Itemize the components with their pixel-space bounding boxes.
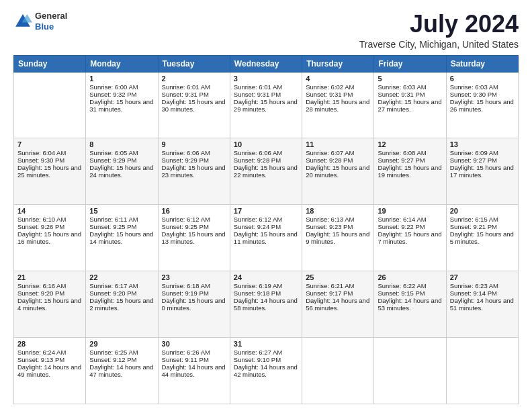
calendar-cell: 24Sunrise: 6:19 AMSunset: 9:18 PMDayligh… <box>230 271 302 338</box>
day-number: 28 <box>17 340 82 348</box>
day-number: 9 <box>162 140 226 148</box>
sunset-text: Sunset: 9:14 PM <box>450 289 515 297</box>
calendar-cell: 5Sunrise: 6:03 AMSunset: 9:31 PMDaylight… <box>374 72 446 138</box>
weekday-header-row: SundayMondayTuesdayWednesdayThursdayFrid… <box>14 55 519 72</box>
daylight-text: Daylight: 15 hours and 23 minutes. <box>162 164 226 179</box>
sunset-text: Sunset: 9:19 PM <box>162 289 226 297</box>
daylight-text: Daylight: 15 hours and 0 minutes. <box>162 297 226 312</box>
sunset-text: Sunset: 9:12 PM <box>89 356 154 363</box>
sunrise-text: Sunrise: 6:04 AM <box>17 149 82 156</box>
sunset-text: Sunset: 9:27 PM <box>378 156 442 164</box>
sunset-text: Sunset: 9:31 PM <box>378 91 442 98</box>
sunrise-text: Sunrise: 6:21 AM <box>306 282 370 289</box>
daylight-text: Daylight: 15 hours and 25 minutes. <box>17 164 82 179</box>
header: General Blue July 2024 Traverse City, Mi… <box>13 11 519 50</box>
sunrise-text: Sunrise: 6:12 AM <box>162 216 226 223</box>
sunset-text: Sunset: 9:31 PM <box>234 91 298 98</box>
day-number: 26 <box>378 273 442 281</box>
sunset-text: Sunset: 9:18 PM <box>234 289 298 297</box>
calendar-cell: 19Sunrise: 6:14 AMSunset: 9:22 PMDayligh… <box>374 205 446 271</box>
sunrise-text: Sunrise: 6:23 AM <box>450 282 515 289</box>
sunset-text: Sunset: 9:31 PM <box>162 91 226 98</box>
month-title: July 2024 <box>359 11 519 38</box>
sunrise-text: Sunrise: 6:16 AM <box>17 282 82 289</box>
calendar-cell: 8Sunrise: 6:05 AMSunset: 9:29 PMDaylight… <box>86 138 158 205</box>
day-number: 16 <box>162 207 226 215</box>
sunset-text: Sunset: 9:29 PM <box>89 156 154 164</box>
calendar-week-row: 21Sunrise: 6:16 AMSunset: 9:20 PMDayligh… <box>14 271 519 338</box>
daylight-text: Daylight: 15 hours and 7 minutes. <box>378 230 442 245</box>
daylight-text: Daylight: 15 hours and 19 minutes. <box>378 164 442 179</box>
daylight-text: Daylight: 15 hours and 20 minutes. <box>306 164 370 179</box>
calendar-cell: 3Sunrise: 6:01 AMSunset: 9:31 PMDaylight… <box>230 72 302 138</box>
sunrise-text: Sunrise: 6:03 AM <box>450 83 515 91</box>
sunrise-text: Sunrise: 6:03 AM <box>378 83 442 91</box>
sunset-text: Sunset: 9:20 PM <box>89 289 154 297</box>
day-number: 17 <box>234 207 298 215</box>
sunset-text: Sunset: 9:15 PM <box>378 289 442 297</box>
sunset-text: Sunset: 9:29 PM <box>162 156 226 164</box>
daylight-text: Daylight: 15 hours and 30 minutes. <box>162 98 226 113</box>
calendar-cell: 15Sunrise: 6:11 AMSunset: 9:25 PMDayligh… <box>86 205 158 271</box>
weekday-header-saturday: Saturday <box>446 55 518 72</box>
daylight-text: Daylight: 14 hours and 56 minutes. <box>306 297 370 312</box>
sunrise-text: Sunrise: 6:06 AM <box>234 149 298 156</box>
title-section: July 2024 Traverse City, Michigan, Unite… <box>359 11 519 50</box>
daylight-text: Daylight: 14 hours and 51 minutes. <box>450 297 515 312</box>
calendar-cell: 14Sunrise: 6:10 AMSunset: 9:26 PMDayligh… <box>14 205 86 271</box>
sunset-text: Sunset: 9:22 PM <box>378 223 442 230</box>
sunrise-text: Sunrise: 6:12 AM <box>234 216 298 223</box>
sunset-text: Sunset: 9:30 PM <box>17 156 82 164</box>
calendar-cell: 1Sunrise: 6:00 AMSunset: 9:32 PMDaylight… <box>86 72 158 138</box>
calendar-cell <box>374 338 446 404</box>
location: Traverse City, Michigan, United States <box>359 39 519 50</box>
weekday-header-monday: Monday <box>86 55 158 72</box>
calendar-cell: 7Sunrise: 6:04 AMSunset: 9:30 PMDaylight… <box>14 138 86 205</box>
day-number: 6 <box>450 75 515 83</box>
daylight-text: Daylight: 14 hours and 53 minutes. <box>378 297 442 312</box>
calendar-week-row: 7Sunrise: 6:04 AMSunset: 9:30 PMDaylight… <box>14 138 519 205</box>
sunset-text: Sunset: 9:28 PM <box>306 156 370 164</box>
sunrise-text: Sunrise: 6:24 AM <box>17 349 82 356</box>
calendar-week-row: 14Sunrise: 6:10 AMSunset: 9:26 PMDayligh… <box>14 205 519 271</box>
logo-general-text: General <box>35 11 67 21</box>
sunset-text: Sunset: 9:26 PM <box>17 223 82 230</box>
daylight-text: Daylight: 15 hours and 9 minutes. <box>306 230 370 245</box>
sunset-text: Sunset: 9:13 PM <box>17 356 82 363</box>
sunrise-text: Sunrise: 6:19 AM <box>234 282 298 289</box>
logo: General Blue <box>13 11 67 32</box>
sunrise-text: Sunrise: 6:25 AM <box>89 349 154 356</box>
weekday-header-tuesday: Tuesday <box>158 55 230 72</box>
daylight-text: Daylight: 15 hours and 26 minutes. <box>450 98 515 113</box>
sunrise-text: Sunrise: 6:15 AM <box>450 216 515 223</box>
sunset-text: Sunset: 9:21 PM <box>450 223 515 230</box>
daylight-text: Daylight: 15 hours and 2 minutes. <box>89 297 154 312</box>
sunrise-text: Sunrise: 6:09 AM <box>450 149 515 156</box>
calendar-cell: 25Sunrise: 6:21 AMSunset: 9:17 PMDayligh… <box>302 271 374 338</box>
calendar-cell: 29Sunrise: 6:25 AMSunset: 9:12 PMDayligh… <box>86 338 158 404</box>
daylight-text: Daylight: 14 hours and 42 minutes. <box>234 363 298 378</box>
day-number: 18 <box>306 207 370 215</box>
sunrise-text: Sunrise: 6:08 AM <box>378 149 442 156</box>
sunrise-text: Sunrise: 6:18 AM <box>162 282 226 289</box>
sunrise-text: Sunrise: 6:05 AM <box>89 149 154 156</box>
day-number: 10 <box>234 140 298 148</box>
sunset-text: Sunset: 9:25 PM <box>162 223 226 230</box>
sunrise-text: Sunrise: 6:22 AM <box>378 282 442 289</box>
daylight-text: Daylight: 15 hours and 31 minutes. <box>89 98 154 113</box>
sunrise-text: Sunrise: 6:26 AM <box>162 349 226 356</box>
daylight-text: Daylight: 14 hours and 47 minutes. <box>89 363 154 378</box>
daylight-text: Daylight: 15 hours and 29 minutes. <box>234 98 298 113</box>
daylight-text: Daylight: 15 hours and 17 minutes. <box>450 164 515 179</box>
day-number: 11 <box>306 140 370 148</box>
sunrise-text: Sunrise: 6:02 AM <box>306 83 370 91</box>
daylight-text: Daylight: 14 hours and 49 minutes. <box>17 363 82 378</box>
day-number: 29 <box>89 340 154 348</box>
day-number: 2 <box>162 75 226 83</box>
calendar-cell <box>14 72 86 138</box>
sunrise-text: Sunrise: 6:13 AM <box>306 216 370 223</box>
day-number: 25 <box>306 273 370 281</box>
calendar-cell: 13Sunrise: 6:09 AMSunset: 9:27 PMDayligh… <box>446 138 518 205</box>
day-number: 4 <box>306 75 370 83</box>
daylight-text: Daylight: 14 hours and 58 minutes. <box>234 297 298 312</box>
